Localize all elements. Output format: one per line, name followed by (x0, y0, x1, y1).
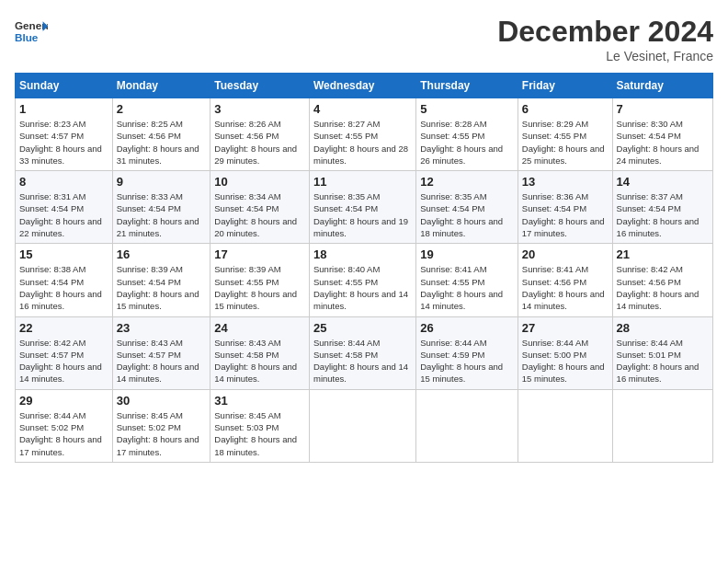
day-number-29: 29 (19, 394, 108, 408)
month-title: December 2024 (497, 15, 713, 49)
day-info-15: Sunrise: 8:38 AMSunset: 4:54 PMDaylight:… (19, 264, 102, 311)
day-cell-7: 7 Sunrise: 8:30 AMSunset: 4:54 PMDayligh… (612, 98, 712, 171)
calendar-week-row: 1 Sunrise: 8:23 AMSunset: 4:57 PMDayligh… (16, 98, 713, 171)
day-number-22: 22 (19, 321, 108, 335)
day-cell-23: 23 Sunrise: 8:43 AMSunset: 4:57 PMDaylig… (112, 316, 210, 389)
day-info-22: Sunrise: 8:42 AMSunset: 4:57 PMDaylight:… (19, 338, 102, 385)
day-number-1: 1 (19, 102, 108, 116)
calendar-week-row: 29 Sunrise: 8:44 AMSunset: 5:02 PMDaylig… (16, 389, 713, 462)
calendar-table: Sunday Monday Tuesday Wednesday Thursday… (15, 73, 713, 463)
day-number-4: 4 (313, 102, 412, 116)
calendar-week-row: 22 Sunrise: 8:42 AMSunset: 4:57 PMDaylig… (16, 316, 713, 389)
day-info-10: Sunrise: 8:34 AMSunset: 4:54 PMDaylight:… (214, 191, 297, 238)
col-tuesday: Tuesday (210, 74, 310, 98)
day-cell-17: 17 Sunrise: 8:39 AMSunset: 4:55 PMDaylig… (210, 244, 310, 316)
day-info-12: Sunrise: 8:35 AMSunset: 4:54 PMDaylight:… (420, 191, 503, 238)
location-title: Le Vesinet, France (497, 49, 713, 63)
day-info-23: Sunrise: 8:43 AMSunset: 4:57 PMDaylight:… (117, 338, 199, 385)
day-cell-3: 3 Sunrise: 8:26 AMSunset: 4:56 PMDayligh… (210, 98, 310, 171)
day-number-13: 13 (522, 175, 609, 189)
day-info-27: Sunrise: 8:44 AMSunset: 5:00 PMDaylight:… (522, 338, 605, 385)
svg-text:Blue: Blue (15, 31, 39, 43)
day-number-7: 7 (617, 102, 709, 116)
day-cell-4: 4 Sunrise: 8:27 AMSunset: 4:55 PMDayligh… (310, 98, 416, 171)
logo: General Blue (15, 15, 48, 48)
day-cell-28: 28 Sunrise: 8:44 AMSunset: 5:01 PMDaylig… (612, 316, 712, 389)
day-info-8: Sunrise: 8:31 AMSunset: 4:54 PMDaylight:… (19, 191, 102, 238)
day-info-21: Sunrise: 8:42 AMSunset: 4:56 PMDaylight:… (617, 264, 700, 311)
day-cell-9: 9 Sunrise: 8:33 AMSunset: 4:54 PMDayligh… (112, 171, 210, 244)
day-info-25: Sunrise: 8:44 AMSunset: 4:58 PMDaylight:… (313, 338, 408, 385)
day-number-26: 26 (420, 321, 514, 335)
page-header: General Blue December 2024 Le Vesinet, F… (15, 15, 713, 63)
day-cell-20: 20 Sunrise: 8:41 AMSunset: 4:56 PMDaylig… (518, 244, 612, 316)
day-number-12: 12 (420, 175, 514, 189)
day-info-11: Sunrise: 8:35 AMSunset: 4:54 PMDaylight:… (313, 191, 408, 238)
day-number-23: 23 (117, 321, 207, 335)
day-number-30: 30 (117, 394, 207, 408)
day-info-26: Sunrise: 8:44 AMSunset: 4:59 PMDaylight:… (420, 338, 503, 385)
day-number-28: 28 (617, 321, 709, 335)
day-cell-11: 11 Sunrise: 8:35 AMSunset: 4:54 PMDaylig… (310, 171, 416, 244)
day-cell-16: 16 Sunrise: 8:39 AMSunset: 4:54 PMDaylig… (112, 244, 210, 316)
day-number-6: 6 (522, 102, 609, 116)
day-number-17: 17 (214, 247, 305, 261)
day-cell-13: 13 Sunrise: 8:36 AMSunset: 4:54 PMDaylig… (518, 171, 612, 244)
day-info-29: Sunrise: 8:44 AMSunset: 5:02 PMDaylight:… (19, 410, 102, 457)
day-info-1: Sunrise: 8:23 AMSunset: 4:57 PMDaylight:… (19, 119, 102, 166)
day-cell-26: 26 Sunrise: 8:44 AMSunset: 4:59 PMDaylig… (416, 316, 518, 389)
day-cell-6: 6 Sunrise: 8:29 AMSunset: 4:55 PMDayligh… (518, 98, 612, 171)
day-number-27: 27 (522, 321, 609, 335)
day-number-25: 25 (313, 321, 412, 335)
day-cell-24: 24 Sunrise: 8:43 AMSunset: 4:58 PMDaylig… (210, 316, 310, 389)
day-cell-21: 21 Sunrise: 8:42 AMSunset: 4:56 PMDaylig… (612, 244, 712, 316)
col-friday: Friday (518, 74, 612, 98)
day-cell-25: 25 Sunrise: 8:44 AMSunset: 4:58 PMDaylig… (310, 316, 416, 389)
day-cell-27: 27 Sunrise: 8:44 AMSunset: 5:00 PMDaylig… (518, 316, 612, 389)
calendar-week-row: 15 Sunrise: 8:38 AMSunset: 4:54 PMDaylig… (16, 244, 713, 316)
day-info-24: Sunrise: 8:43 AMSunset: 4:58 PMDaylight:… (214, 338, 297, 385)
empty-cell (310, 389, 416, 462)
day-info-16: Sunrise: 8:39 AMSunset: 4:54 PMDaylight:… (117, 264, 199, 311)
day-cell-12: 12 Sunrise: 8:35 AMSunset: 4:54 PMDaylig… (416, 171, 518, 244)
day-number-19: 19 (420, 247, 514, 261)
day-info-30: Sunrise: 8:45 AMSunset: 5:02 PMDaylight:… (117, 410, 199, 457)
day-number-3: 3 (214, 102, 305, 116)
logo-icon: General Blue (15, 15, 48, 48)
day-info-13: Sunrise: 8:36 AMSunset: 4:54 PMDaylight:… (522, 191, 605, 238)
day-info-3: Sunrise: 8:26 AMSunset: 4:56 PMDaylight:… (214, 119, 297, 166)
day-cell-22: 22 Sunrise: 8:42 AMSunset: 4:57 PMDaylig… (16, 316, 113, 389)
day-number-20: 20 (522, 247, 609, 261)
day-cell-14: 14 Sunrise: 8:37 AMSunset: 4:54 PMDaylig… (612, 171, 712, 244)
day-cell-8: 8 Sunrise: 8:31 AMSunset: 4:54 PMDayligh… (16, 171, 113, 244)
empty-cell (612, 389, 712, 462)
day-info-5: Sunrise: 8:28 AMSunset: 4:55 PMDaylight:… (420, 119, 503, 166)
day-number-2: 2 (117, 102, 207, 116)
title-block: December 2024 Le Vesinet, France (497, 15, 713, 63)
day-number-16: 16 (117, 247, 207, 261)
day-info-28: Sunrise: 8:44 AMSunset: 5:01 PMDaylight:… (617, 338, 700, 385)
day-info-31: Sunrise: 8:45 AMSunset: 5:03 PMDaylight:… (214, 410, 297, 457)
col-wednesday: Wednesday (310, 74, 416, 98)
day-info-6: Sunrise: 8:29 AMSunset: 4:55 PMDaylight:… (522, 119, 605, 166)
day-info-9: Sunrise: 8:33 AMSunset: 4:54 PMDaylight:… (117, 191, 199, 238)
empty-cell (416, 389, 518, 462)
day-number-18: 18 (313, 247, 412, 261)
day-cell-10: 10 Sunrise: 8:34 AMSunset: 4:54 PMDaylig… (210, 171, 310, 244)
day-info-20: Sunrise: 8:41 AMSunset: 4:56 PMDaylight:… (522, 264, 605, 311)
day-cell-1: 1 Sunrise: 8:23 AMSunset: 4:57 PMDayligh… (16, 98, 113, 171)
day-number-31: 31 (214, 394, 305, 408)
day-info-2: Sunrise: 8:25 AMSunset: 4:56 PMDaylight:… (117, 119, 199, 166)
day-number-8: 8 (19, 175, 108, 189)
day-info-14: Sunrise: 8:37 AMSunset: 4:54 PMDaylight:… (617, 191, 700, 238)
day-cell-31: 31 Sunrise: 8:45 AMSunset: 5:03 PMDaylig… (210, 389, 310, 462)
calendar-week-row: 8 Sunrise: 8:31 AMSunset: 4:54 PMDayligh… (16, 171, 713, 244)
col-monday: Monday (112, 74, 210, 98)
day-number-21: 21 (617, 247, 709, 261)
day-info-19: Sunrise: 8:41 AMSunset: 4:55 PMDaylight:… (420, 264, 503, 311)
empty-cell (518, 389, 612, 462)
day-info-18: Sunrise: 8:40 AMSunset: 4:55 PMDaylight:… (313, 264, 408, 311)
day-info-17: Sunrise: 8:39 AMSunset: 4:55 PMDaylight:… (214, 264, 297, 311)
day-cell-2: 2 Sunrise: 8:25 AMSunset: 4:56 PMDayligh… (112, 98, 210, 171)
day-cell-18: 18 Sunrise: 8:40 AMSunset: 4:55 PMDaylig… (310, 244, 416, 316)
